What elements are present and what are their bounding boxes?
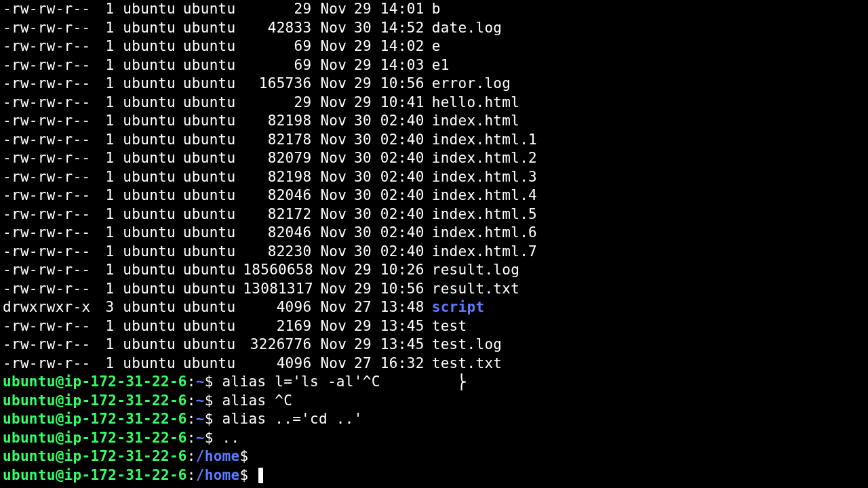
col-links: 1 xyxy=(97,56,114,75)
col-size: 4096 xyxy=(243,298,311,317)
file-name: error.log xyxy=(432,75,511,94)
col-day: 30 xyxy=(346,168,372,187)
col-time: 16:32 xyxy=(372,354,423,373)
col-group: ubuntu xyxy=(183,149,243,168)
col-month: Nov xyxy=(311,75,346,94)
col-perm: -rw-rw-r-- xyxy=(3,186,97,205)
col-links: 1 xyxy=(97,336,114,354)
col-day: 29 xyxy=(346,37,372,56)
file-name: hello.html xyxy=(432,94,519,113)
prompt-userhost: ubuntu@ip-172-31-22-6 xyxy=(3,430,187,446)
col-group: ubuntu xyxy=(183,186,243,205)
listing-row: -rw-rw-r--1 ubuntuubuntu82172 Nov30 02:4… xyxy=(3,205,865,224)
col-size: 3226776 xyxy=(243,336,311,354)
col-links: 1 xyxy=(97,94,114,113)
col-day: 30 xyxy=(346,224,372,243)
file-name: index.html xyxy=(432,112,519,131)
col-group: ubuntu xyxy=(183,336,243,354)
terminal-output[interactable]: -rw-rw-r--1 ubuntuubuntu29 Nov29 14:01 b… xyxy=(0,0,868,485)
col-size: 29 xyxy=(243,94,311,113)
col-owner: ubuntu xyxy=(123,37,183,56)
col-day: 29 xyxy=(346,0,372,19)
col-size: 42833 xyxy=(243,19,311,38)
col-size: 82079 xyxy=(243,149,311,168)
block-cursor xyxy=(258,468,264,483)
listing-row: -rw-rw-r--1 ubuntuubuntu82046 Nov30 02:4… xyxy=(3,224,865,243)
col-day: 30 xyxy=(346,131,372,150)
col-month: Nov xyxy=(311,205,346,224)
col-perm: -rw-rw-r-- xyxy=(3,336,97,354)
prompt-separator: : xyxy=(187,411,196,427)
col-size: 82198 xyxy=(243,168,311,187)
col-size: 82230 xyxy=(243,243,311,262)
col-perm: -rw-rw-r-- xyxy=(3,243,97,262)
col-links: 1 xyxy=(97,149,114,168)
col-time: 10:41 xyxy=(372,94,423,113)
prompt-path: /home xyxy=(196,448,240,464)
prompt-separator: : xyxy=(187,392,196,409)
col-time: 14:03 xyxy=(372,56,423,75)
prompt-line: ubuntu@ip-172-31-22-6:~$ alias ..='cd ..… xyxy=(3,410,865,429)
prompt-userhost: ubuntu@ip-172-31-22-6 xyxy=(3,411,187,427)
file-name: index.html.5 xyxy=(432,205,537,224)
prompt-dollar: $ xyxy=(205,430,222,446)
col-size: 29 xyxy=(243,0,311,19)
file-name: index.html.1 xyxy=(432,131,537,150)
listing-row: -rw-rw-r--1 ubuntuubuntu2169 Nov29 13:45… xyxy=(3,317,865,336)
col-size: 13081317 xyxy=(243,280,311,299)
col-month: Nov xyxy=(311,354,346,373)
col-links: 1 xyxy=(97,280,114,299)
col-month: Nov xyxy=(311,149,346,168)
col-size: 82172 xyxy=(243,205,311,224)
col-month: Nov xyxy=(311,298,346,317)
col-perm: -rw-rw-r-- xyxy=(3,168,97,187)
prompt-line: ubuntu@ip-172-31-22-6:/home$ xyxy=(3,466,865,485)
col-month: Nov xyxy=(311,19,346,38)
col-perm: -rw-rw-r-- xyxy=(3,354,97,373)
col-owner: ubuntu xyxy=(123,336,183,354)
col-group: ubuntu xyxy=(183,75,243,94)
listing-row: -rw-rw-r--1 ubuntuubuntu82079 Nov30 02:4… xyxy=(3,149,865,168)
col-group: ubuntu xyxy=(183,0,243,19)
col-size: 82178 xyxy=(243,131,311,150)
prompt-userhost: ubuntu@ip-172-31-22-6 xyxy=(3,373,187,390)
col-size: 82198 xyxy=(243,112,311,131)
col-perm: -rw-rw-r-- xyxy=(3,280,97,299)
col-size: 69 xyxy=(243,37,311,56)
col-group: ubuntu xyxy=(183,94,243,113)
col-links: 1 xyxy=(97,186,114,205)
file-name: e xyxy=(432,37,441,56)
col-owner: ubuntu xyxy=(123,224,183,243)
col-owner: ubuntu xyxy=(123,149,183,168)
col-links: 1 xyxy=(97,131,114,150)
prompt-separator: : xyxy=(187,373,196,390)
prompt-dollar: $ xyxy=(239,448,257,464)
col-links: 1 xyxy=(97,205,114,224)
col-group: ubuntu xyxy=(183,317,243,336)
file-name: result.txt xyxy=(432,280,519,299)
col-month: Nov xyxy=(311,186,346,205)
col-time: 10:56 xyxy=(372,75,423,94)
file-name: index.html.7 xyxy=(432,243,537,262)
col-group: ubuntu xyxy=(183,298,243,317)
col-perm: -rw-rw-r-- xyxy=(3,94,97,113)
col-group: ubuntu xyxy=(183,56,243,75)
col-size: 18560658 xyxy=(243,261,311,280)
col-month: Nov xyxy=(311,261,346,280)
col-group: ubuntu xyxy=(183,37,243,56)
listing-row: -rw-rw-r--1 ubuntuubuntu82178 Nov30 02:4… xyxy=(3,131,865,150)
col-day: 29 xyxy=(346,94,372,113)
col-time: 13:45 xyxy=(372,317,423,336)
file-name: b xyxy=(432,0,441,19)
col-time: 02:40 xyxy=(372,186,423,205)
col-day: 30 xyxy=(346,19,372,38)
prompt-line: ubuntu@ip-172-31-22-6:~$ .. xyxy=(3,429,865,448)
col-group: ubuntu xyxy=(183,280,243,299)
col-day: 30 xyxy=(346,243,372,262)
col-time: 02:40 xyxy=(372,205,423,224)
col-time: 14:52 xyxy=(372,19,423,38)
col-month: Nov xyxy=(311,224,346,243)
col-group: ubuntu xyxy=(183,131,243,150)
prompt-userhost: ubuntu@ip-172-31-22-6 xyxy=(3,448,187,464)
col-time: 02:40 xyxy=(372,243,423,262)
